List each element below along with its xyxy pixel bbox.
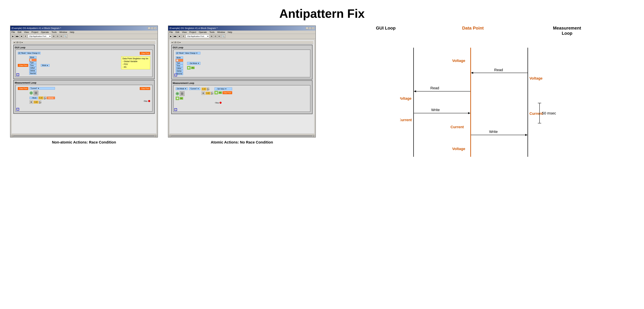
pause-btn[interactable]: ⏸: [24, 34, 27, 38]
left-meas-iter: i: [16, 108, 19, 111]
page-container: Antipattern Fix (Example) DS Antipattern…: [0, 0, 644, 163]
right-font-select[interactable]: 13pt Application Font: [186, 34, 209, 38]
right-run-continuous-btn[interactable]: ▶▶: [173, 34, 178, 38]
right-dp-terminals: Mode ⬜ Type Time CtlRef OldVal NewVal: [176, 56, 183, 75]
right-titlebar: (Example) DS Singleton #1.vi Block Diagr…: [168, 26, 316, 30]
right-hscroll-left[interactable]: ◄: [169, 135, 171, 137]
right-menu-tools[interactable]: Tools: [210, 31, 214, 33]
right-triangle2: ▷: [211, 92, 213, 95]
abort-btn[interactable]: ■: [20, 34, 23, 38]
left-daq-icon: [34, 92, 37, 94]
right-gui-iter: i: [174, 74, 177, 76]
left-data-point-out: ↑Data Point: [140, 52, 150, 55]
right-align-btn[interactable]: ⊞: [210, 34, 213, 38]
menu-project[interactable]: Project: [32, 31, 38, 33]
write-left-label: Write: [431, 108, 440, 112]
right-run-btn[interactable]: ▶: [169, 34, 172, 38]
right-current-select[interactable]: "Current" ▼: [189, 87, 200, 90]
right-menu-help[interactable]: Help: [228, 31, 232, 33]
right-menu-project[interactable]: Project: [189, 31, 196, 33]
right-triangle1: ▷: [207, 87, 209, 90]
menu-edit[interactable]: Edit: [18, 31, 21, 33]
right-meas-left-col: Get Mode ▼ 60 ⬜ #1: [176, 87, 188, 100]
left-value-out: Value►: [47, 97, 55, 99]
left-note-box: Data Point Singleton may be:- Global Var…: [121, 56, 150, 69]
right-hscroll-track[interactable]: [171, 135, 312, 137]
menu-tools[interactable]: Tools: [52, 31, 56, 33]
menu-window[interactable]: Window: [59, 31, 67, 33]
timing-col-gui: GUI Loop: [376, 25, 396, 36]
right-set-value-btn[interactable]: →Set Value ▼: [214, 87, 232, 90]
right-mode-selector[interactable]: [2] "Mode": Value Change ▼: [176, 52, 200, 54]
voltage-right-label: Voltage: [530, 76, 542, 80]
menu-view[interactable]: View: [24, 31, 29, 33]
right-meas-right-col: →Set Value ▼ ⬜ #1 Data Point ↑Stop: [214, 87, 232, 104]
left-hscroll[interactable]: ◄ ►: [10, 135, 158, 137]
left-meas-daq-row: 60: [30, 91, 55, 95]
right-idx-node1: ⬜: [176, 97, 179, 100]
right-get-mode-btn[interactable]: Get Mode ▼: [176, 87, 188, 90]
right-menu-edit[interactable]: Edit: [176, 31, 179, 33]
right-abort-btn[interactable]: ■: [178, 34, 181, 38]
left-caption: Non-atomic Actions: Race Condition: [10, 140, 158, 146]
left-mode-selector[interactable]: [2] "Mode": Value Change ▼: [18, 52, 40, 54]
menu-operate[interactable]: Operate: [41, 31, 49, 33]
left-sub-icon: ⊛: [30, 100, 33, 104]
right-pause-btn[interactable]: ⏸: [182, 34, 185, 38]
right-stop-row: ↑Stop: [214, 102, 232, 104]
right-meas-loop: Measurement Loop Get Mode ▼ 60: [171, 80, 312, 114]
font-select[interactable]: 13pt Application Font: [28, 34, 52, 38]
align-btn[interactable]: ⊞: [52, 34, 55, 38]
right-dist-btn[interactable]: ⊟: [214, 34, 217, 38]
left-hscroll-right[interactable]: ►: [155, 135, 157, 137]
left-gui-content: [2] "Mode": Value Change ▼ ↑Data Point M…: [17, 51, 151, 75]
right-close-btn[interactable]: ×: [312, 27, 314, 29]
right-maximize-btn[interactable]: □: [309, 27, 312, 29]
menu-help[interactable]: Help: [70, 31, 74, 33]
left-type-ctrl: Type: [29, 61, 36, 64]
right-mode-block: Mode ⬜ Type Time CtlRef OldVal NewVal: [176, 56, 200, 75]
read-right-label: Read: [494, 68, 503, 72]
right-hscroll[interactable]: ◄ ►: [168, 135, 316, 137]
left-hscroll-track[interactable]: [14, 135, 154, 137]
left-meas-middle: "Current" ▼ 60 →Mode: [30, 87, 55, 104]
right-menu-window[interactable]: Window: [217, 31, 225, 33]
left-mode-output: Mode ►: [41, 64, 50, 67]
right-daq-icon: [181, 92, 184, 95]
right-menu-operate[interactable]: Operate: [199, 31, 207, 33]
right-set-mode-btn[interactable]: →Set Mode ▼: [187, 62, 200, 65]
svg-marker-6: [414, 90, 416, 92]
current-left-label: Current: [400, 118, 412, 122]
minimize-btn[interactable]: _: [148, 27, 150, 29]
right-stop-circle[interactable]: [220, 102, 222, 104]
right-gui-content: [2] "Mode": Value Change ▼ Mode ⬜ Type T…: [175, 51, 309, 76]
reorder-btn[interactable]: ⧉: [60, 34, 63, 38]
right-menu-file[interactable]: File: [169, 31, 173, 33]
right-hscroll-right[interactable]: ►: [313, 135, 315, 137]
search-btn[interactable]: 🔍: [64, 34, 68, 38]
left-mode-value-row: →Mode 0.15 ▷ Value►: [30, 96, 55, 99]
right-minimize-btn[interactable]: _: [306, 27, 308, 29]
left-current-select[interactable]: "Current" ▼: [30, 87, 55, 90]
right-reorder-btn[interactable]: ⧉: [218, 34, 221, 38]
left-gui-left-col: [2] "Mode": Value Change ▼ ↑Data Point M…: [18, 52, 50, 75]
menu-file[interactable]: File: [12, 31, 15, 33]
close-btn[interactable]: ×: [154, 27, 156, 29]
left-hscroll-left[interactable]: ◄: [11, 135, 13, 137]
left-newval-ctrl: NewVal: [29, 72, 36, 75]
maximize-btn[interactable]: □: [151, 27, 154, 29]
right-search-btn[interactable]: 🔍: [222, 34, 226, 38]
left-diagram-area: ◄1 [0..1]► GUI Loop [2] "Mode": Value Ch…: [12, 40, 156, 134]
right-gui-loop: GUI Loop [2] "Mode": Value Change ▼ Mode…: [171, 45, 312, 79]
page-title: Antipattern Fix: [0, 0, 644, 25]
right-time-ctrl: Time: [176, 64, 183, 67]
left-meas-right-col: ↑Data Point ↑Stop: [56, 87, 150, 102]
dist-btn[interactable]: ⊟: [56, 34, 59, 38]
run-continuous-btn[interactable]: ▶▶: [15, 34, 20, 38]
left-dp-terminals: Mode ⬜ Type Time CtlRef OldVal NewVal: [29, 56, 36, 75]
run-btn[interactable]: ▶: [12, 34, 14, 38]
left-mode-out-terminal: Mode ►: [41, 64, 50, 67]
right-menu-view[interactable]: View: [182, 31, 186, 33]
left-stop-circle[interactable]: [148, 100, 150, 102]
left-titlebar-buttons: _ □ ×: [148, 27, 156, 29]
